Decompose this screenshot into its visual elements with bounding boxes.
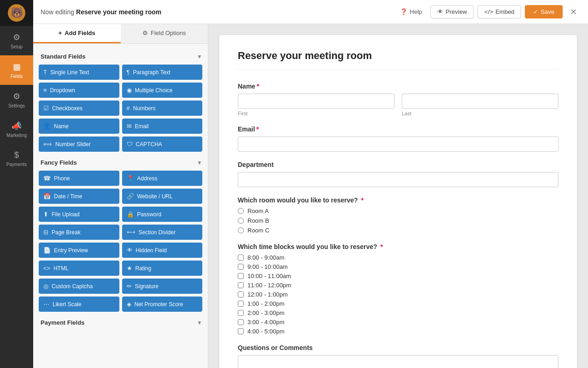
sidebar-item-fields[interactable]: ▦ Fields <box>0 55 33 85</box>
name-last-input[interactable] <box>402 94 559 109</box>
topbar: Now editing Reserve your meeting room ❓ … <box>33 0 588 24</box>
field-btn-rating[interactable]: ★ Rating <box>122 261 203 276</box>
address-icon: 📍 <box>127 175 134 182</box>
department-input[interactable] <box>238 172 559 187</box>
text-icon: T <box>43 69 47 76</box>
time-option-4[interactable]: 12:00 - 1:00pm <box>238 291 559 298</box>
time-option-7[interactable]: 3:00 - 4:00pm <box>238 319 559 326</box>
room-radio-c[interactable] <box>238 227 244 233</box>
email-input[interactable] <box>238 137 559 152</box>
main-layout: + Add Fields ⚙ Field Options Standard Fi… <box>33 24 588 368</box>
name-first-sublabel: First <box>238 111 394 116</box>
field-btn-paragraph-text[interactable]: ¶ Paragraph Text <box>122 65 203 80</box>
embed-button[interactable]: </> Embed <box>477 5 521 18</box>
field-btn-name[interactable]: 👤 Name <box>39 119 119 134</box>
field-btn-captcha[interactable]: 🛡 CAPTCHA <box>122 137 203 152</box>
preview-button[interactable]: 👁 Preview <box>430 5 474 18</box>
time-check-8[interactable] <box>238 328 244 334</box>
sidebar-item-payments[interactable]: $ Payments <box>0 144 33 173</box>
setup-icon: ⚙ <box>13 32 20 42</box>
time-check-1[interactable] <box>238 264 244 270</box>
time-option-1[interactable]: 9:00 - 10:00am <box>238 263 559 270</box>
name-icon: 👤 <box>43 123 51 130</box>
time-option-8[interactable]: 4:00 - 5:00pm <box>238 328 559 335</box>
dropdown-icon: ≡ <box>43 87 47 94</box>
save-button[interactable]: ✓ Save <box>525 5 563 18</box>
time-checkbox-group: 8:00 - 9:00am 9:00 - 10:00am 10:00 - 11:… <box>238 254 559 335</box>
logo-bear-icon: 🐻 <box>8 4 25 22</box>
divider-icon: ⟷ <box>127 229 135 236</box>
standard-fields-header[interactable]: Standard Fields ▼ <box>39 49 202 65</box>
time-check-0[interactable] <box>238 255 244 261</box>
panel-tabs: + Add Fields ⚙ Field Options <box>33 24 208 44</box>
sidebar-item-settings[interactable]: ⚙ Settings <box>0 85 33 114</box>
room-radio-a[interactable] <box>238 208 244 214</box>
field-btn-html[interactable]: <> HTML <box>39 261 119 276</box>
field-btn-dropdown[interactable]: ≡ Dropdown <box>39 83 119 98</box>
field-btn-custom-captcha[interactable]: ◎ Custom Captcha <box>39 279 119 294</box>
field-btn-likert[interactable]: ⋯ Likert Scale <box>39 297 119 312</box>
name-label: Name * <box>238 83 559 90</box>
field-btn-signature[interactable]: ✏ Signature <box>122 279 203 294</box>
standard-fields-grid: T Single Line Text ¶ Paragraph Text ≡ Dr… <box>39 65 202 152</box>
fancy-fields-header[interactable]: Fancy Fields ▼ <box>39 155 202 171</box>
field-btn-password[interactable]: 🔒 Password <box>122 207 203 222</box>
field-btn-numbers[interactable]: # Numbers <box>122 101 203 116</box>
time-option-3[interactable]: 11:00 - 12:00pm <box>238 282 559 289</box>
help-button[interactable]: ❓ Help <box>395 6 427 18</box>
room-option-c[interactable]: Room C <box>238 227 559 234</box>
time-option-0[interactable]: 8:00 - 9:00am <box>238 254 559 261</box>
preview-icon: 📄 <box>43 247 51 254</box>
tab-add-fields[interactable]: + Add Fields <box>33 24 121 43</box>
captcha-icon: 🛡 <box>127 141 133 148</box>
name-last-col: Last <box>402 94 559 116</box>
time-option-6[interactable]: 2:00 - 3:00pm <box>238 309 559 316</box>
field-btn-datetime[interactable]: 📅 Date / Time <box>39 189 119 204</box>
time-field-group: Which time blocks would you like to rese… <box>238 243 559 335</box>
time-option-5[interactable]: 1:00 - 2:00pm <box>238 300 559 307</box>
sidebar-item-marketing[interactable]: 📣 Marketing <box>0 114 33 144</box>
tab-field-options[interactable]: ⚙ Field Options <box>121 24 208 43</box>
html-icon: <> <box>43 265 50 272</box>
field-btn-website[interactable]: 🔗 Website / URL <box>122 189 203 204</box>
field-btn-single-line-text[interactable]: T Single Line Text <box>39 65 119 80</box>
time-check-3[interactable] <box>238 282 244 288</box>
time-required-marker: * <box>379 243 383 250</box>
sidebar-item-setup[interactable]: ⚙ Setup <box>0 26 33 55</box>
time-check-2[interactable] <box>238 273 244 279</box>
field-btn-number-slider[interactable]: ⟺ Number Slider <box>39 137 119 152</box>
calendar-icon: 📅 <box>43 193 51 200</box>
email-field-group: Email * <box>238 125 559 152</box>
email-required-marker: * <box>256 125 259 133</box>
close-button[interactable]: ✕ <box>566 5 581 19</box>
name-first-input[interactable] <box>238 94 394 109</box>
field-btn-page-break[interactable]: ⊟ Page Break <box>39 225 119 240</box>
field-btn-file-upload[interactable]: ⬆ File Upload <box>39 207 119 222</box>
payment-fields-header[interactable]: Payment Fields ▼ <box>39 315 202 331</box>
room-option-a[interactable]: Room A <box>238 208 559 214</box>
name-last-sublabel: Last <box>402 111 559 116</box>
time-check-6[interactable] <box>238 310 244 316</box>
field-btn-multiple-choice[interactable]: ◉ Multiple Choice <box>122 83 203 98</box>
checkmark-icon: ✓ <box>533 8 538 15</box>
time-option-2[interactable]: 10:00 - 11:00am <box>238 273 559 279</box>
field-btn-nps[interactable]: ◈ Net Promoter Score <box>122 297 203 312</box>
comments-textarea[interactable] <box>238 355 559 368</box>
time-check-4[interactable] <box>238 291 244 297</box>
field-btn-checkboxes[interactable]: ☑ Checkboxes <box>39 101 119 116</box>
nps-icon: ◈ <box>127 301 131 308</box>
field-btn-entry-preview[interactable]: 📄 Entry Preview <box>39 243 119 258</box>
help-icon: ❓ <box>400 8 407 15</box>
time-check-7[interactable] <box>238 319 244 325</box>
field-btn-phone[interactable]: ☎ Phone <box>39 171 119 186</box>
field-btn-email[interactable]: ✉ Email <box>122 119 203 134</box>
time-check-5[interactable] <box>238 301 244 307</box>
room-radio-b[interactable] <box>238 218 244 224</box>
field-btn-section-divider[interactable]: ⟷ Section Divider <box>122 225 203 240</box>
fancy-fields-grid: ☎ Phone 📍 Address 📅 Date / Time 🔗 Websit… <box>39 171 202 312</box>
code-icon: </> <box>484 8 493 15</box>
room-option-b[interactable]: Room B <box>238 217 559 224</box>
field-btn-address[interactable]: 📍 Address <box>122 171 203 186</box>
hidden-icon: 👁 <box>127 247 133 254</box>
field-btn-hidden-field[interactable]: 👁 Hidden Field <box>122 243 203 258</box>
